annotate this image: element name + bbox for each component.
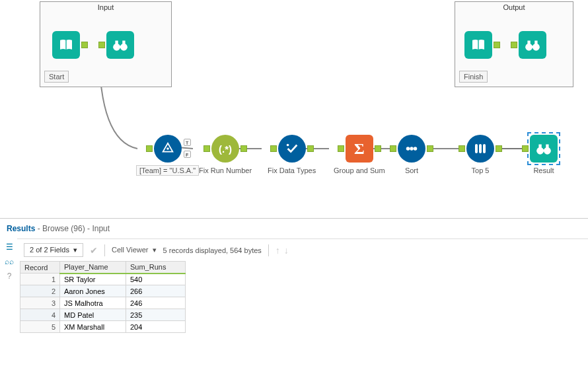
results-suffix: - Browse (96) - Input <box>35 224 110 233</box>
metadata-view-icon[interactable]: ⌕⌕ <box>4 256 15 267</box>
groupsum-label: Group and Sum <box>330 165 388 176</box>
start-label: Start <box>44 71 69 83</box>
cell-viewer-dropdown[interactable]: Cell Viewer ▾ <box>112 246 157 254</box>
table-row[interactable]: 3JS Malhotra246 <box>20 297 186 309</box>
binoculars-icon <box>519 31 546 59</box>
cell-player: XM Marshall <box>60 321 126 333</box>
cell-runs: 235 <box>126 309 186 321</box>
sample-icon <box>466 135 494 163</box>
fixtypes-label: Fix Data Types <box>264 165 319 176</box>
fixrun-tool[interactable]: (.*) Fix Run Number <box>196 135 255 176</box>
col-record[interactable]: Record <box>20 262 60 274</box>
filter-icon: T F <box>154 135 182 163</box>
svg-rect-11 <box>534 41 537 46</box>
separator <box>268 244 269 256</box>
top5-label: Top 5 <box>468 165 493 176</box>
sort-tool[interactable]: Sort <box>398 135 425 176</box>
finish-label: Finish <box>459 71 488 83</box>
svg-rect-6 <box>122 41 125 46</box>
separator <box>104 244 105 256</box>
binoculars-icon <box>106 31 134 59</box>
workflow-canvas[interactable]: Input Start Output <box>0 0 588 218</box>
cell-player: Aaron Jones <box>60 285 126 297</box>
regex-icon: (.*) <box>211 135 239 163</box>
col-player[interactable]: Player_Name <box>60 262 126 274</box>
row-number: 4 <box>20 309 60 321</box>
results-table-wrap: Record Player_Name Sum_Runs 1SR Taylor54… <box>20 261 588 333</box>
records-status: 5 records displayed, 564 bytes <box>163 246 262 254</box>
arrow-down-icon[interactable]: ↓ <box>284 245 289 256</box>
filter-label: [Team] = "U.S.A." <box>136 165 199 176</box>
svg-rect-5 <box>115 41 118 46</box>
results-header: Results - Browse (96) - Input <box>0 219 588 238</box>
open-book-icon <box>52 31 80 59</box>
output-container[interactable]: Output Finish <box>455 1 573 87</box>
svg-rect-23 <box>538 145 541 149</box>
fixtypes-tool[interactable]: Fix Data Types <box>264 135 319 176</box>
svg-rect-18 <box>479 144 482 153</box>
groupsum-tool[interactable]: Σ Group and Sum <box>330 135 388 176</box>
sort-icon <box>398 135 425 163</box>
arrow-up-icon[interactable]: ↑ <box>276 245 280 256</box>
results-table[interactable]: Record Player_Name Sum_Runs 1SR Taylor54… <box>20 261 186 333</box>
binoculars-icon <box>530 135 558 163</box>
svg-rect-22 <box>542 149 545 151</box>
svg-rect-9 <box>531 46 534 48</box>
row-number: 5 <box>20 321 60 333</box>
svg-point-15 <box>410 147 414 151</box>
results-toolbar: 2 of 2 Fields ▾ ✔ Cell Viewer ▾ 5 record… <box>17 238 588 261</box>
fixrun-label: Fix Run Number <box>196 165 255 176</box>
svg-point-14 <box>406 147 410 151</box>
apply-check-icon[interactable]: ✔ <box>90 245 98 256</box>
cell-player: MD Patel <box>60 309 126 321</box>
table-row[interactable]: 2Aaron Jones266 <box>20 285 186 297</box>
svg-rect-10 <box>527 41 530 46</box>
svg-point-12 <box>166 147 169 150</box>
macro-output-tool[interactable] <box>464 31 492 59</box>
top5-tool[interactable]: Top 5 <box>466 135 494 176</box>
result-label: Result <box>530 165 557 176</box>
svg-point-16 <box>414 147 418 151</box>
browse-output-tool[interactable] <box>519 31 546 59</box>
result-tool[interactable]: Result <box>530 135 558 176</box>
output-container-title: Output <box>455 2 573 15</box>
input-container-title: Input <box>40 2 171 15</box>
results-title: Results <box>7 224 35 233</box>
svg-point-13 <box>286 144 289 147</box>
select-icon <box>278 135 306 163</box>
macro-input-tool[interactable] <box>52 31 80 59</box>
open-book-icon <box>464 31 492 59</box>
cell-runs: 540 <box>126 274 186 285</box>
filter-tool[interactable]: T F [Team] = "U.S.A." <box>136 135 199 176</box>
cell-runs: 266 <box>126 285 186 297</box>
row-number: 1 <box>20 274 60 285</box>
table-row[interactable]: 1SR Taylor540 <box>20 274 186 285</box>
svg-rect-17 <box>475 144 478 153</box>
table-row[interactable]: 5XM Marshall204 <box>20 321 186 333</box>
help-icon[interactable]: ? <box>4 271 15 281</box>
fields-dropdown[interactable]: 2 of 2 Fields ▾ <box>24 243 83 257</box>
svg-rect-24 <box>546 145 548 149</box>
row-number: 3 <box>20 297 60 309</box>
col-runs[interactable]: Sum_Runs <box>126 262 186 274</box>
cell-player: SR Taylor <box>60 274 126 285</box>
cell-runs: 246 <box>126 297 186 309</box>
list-view-icon[interactable]: ☰ <box>4 242 15 252</box>
browse-input-tool[interactable] <box>106 31 134 59</box>
table-row[interactable]: 4MD Patel235 <box>20 309 186 321</box>
cell-player: JS Malhotra <box>60 297 126 309</box>
input-container[interactable]: Input Start <box>40 1 172 87</box>
row-number: 2 <box>20 285 60 297</box>
svg-rect-4 <box>119 46 122 48</box>
sort-label: Sort <box>402 165 422 176</box>
svg-rect-19 <box>483 144 486 153</box>
sigma-icon: Σ <box>346 135 373 163</box>
cell-runs: 204 <box>126 321 186 333</box>
